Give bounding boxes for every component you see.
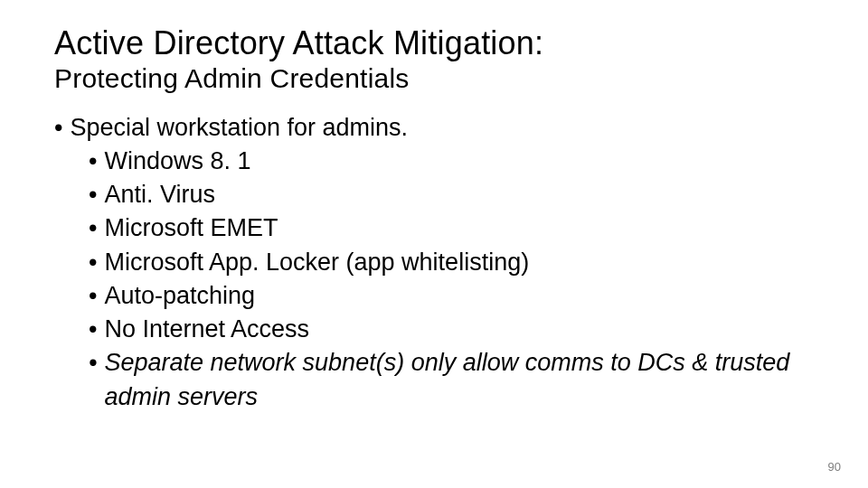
list-item-text: Special workstation for admins. [70,111,408,145]
list-item: • Separate network subnet(s) only allow … [89,346,814,414]
slide-subtitle: Protecting Admin Credentials [54,63,814,93]
bullet-icon: • [89,346,97,380]
list-item-text: No Internet Access [104,313,309,346]
bullet-icon: • [89,313,97,346]
sub-list: • Windows 8. 1 • Anti. Virus • Microsoft… [89,145,814,414]
list-item-text: Microsoft EMET [104,211,278,245]
list-item-text: Windows 8. 1 [104,145,250,178]
list-item: • Microsoft EMET [89,211,814,245]
bullet-icon: • [54,111,62,145]
list-item: • Microsoft App. Locker (app whitelistin… [89,246,814,279]
list-item: • Special workstation for admins. [54,111,814,145]
bullet-list: • Special workstation for admins. • Wind… [54,111,814,414]
list-item-text: Auto-patching [104,279,255,313]
list-item-text: Separate network subnet(s) only allow co… [104,346,814,414]
list-item: • Windows 8. 1 [89,145,814,178]
bullet-icon: • [89,246,97,279]
bullet-icon: • [89,178,97,211]
slide-number: 90 [828,460,841,474]
list-item-text: Anti. Virus [104,178,215,211]
list-item: • No Internet Access [89,313,814,346]
bullet-icon: • [89,279,97,313]
bullet-icon: • [89,211,97,245]
list-item: • Anti. Virus [89,178,814,211]
list-item: • Auto-patching [89,279,814,313]
slide-title: Active Directory Attack Mitigation: [54,25,814,61]
bullet-icon: • [89,145,97,178]
list-item-text: Microsoft App. Locker (app whitelisting) [104,246,529,279]
